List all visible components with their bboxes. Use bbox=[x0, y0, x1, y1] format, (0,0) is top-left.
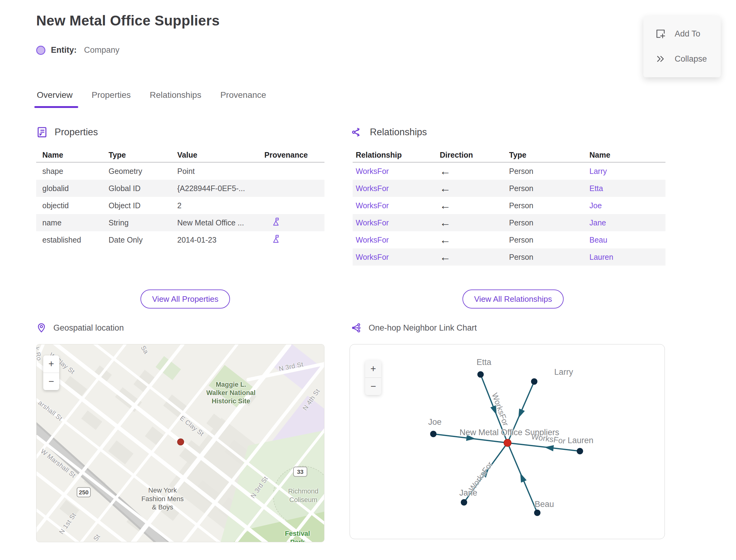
prop-type: Date Only bbox=[109, 236, 177, 244]
share-network-icon bbox=[351, 323, 362, 333]
properties-document-icon bbox=[36, 126, 48, 138]
table-row: name String New Metal Office ... bbox=[36, 214, 324, 231]
relationship-link[interactable]: WorksFor bbox=[356, 201, 389, 210]
poi-label-coliseum: Richmond Coliseum bbox=[288, 487, 318, 504]
relationships-table-header: Relationship Direction Type Name bbox=[353, 148, 665, 163]
geospatial-section-header: Geospatial location bbox=[36, 323, 124, 333]
tab-overview[interactable]: Overview bbox=[36, 90, 73, 108]
link-chart-section-title: One-hop Neighbor Link Chart bbox=[369, 323, 477, 333]
col-type: Type bbox=[109, 151, 177, 159]
geospatial-map[interactable]: k Ro W Clay St Sa N 3rd St N 4th St arsh… bbox=[36, 344, 324, 542]
col-relationship: Relationship bbox=[353, 151, 440, 159]
relationships-section-header: Relationships bbox=[351, 126, 427, 138]
graph-node-center bbox=[504, 439, 511, 447]
tab-provenance[interactable]: Provenance bbox=[220, 90, 266, 108]
related-type: Person bbox=[509, 253, 589, 262]
direction-arrow: ← bbox=[440, 165, 451, 177]
zoom-in-button[interactable]: + bbox=[43, 355, 59, 373]
related-entity-link[interactable]: Etta bbox=[589, 184, 603, 193]
node-label-beau: Beau bbox=[535, 500, 554, 509]
flag-marker-icon[interactable] bbox=[271, 219, 280, 228]
geospatial-section-title: Geospatial location bbox=[53, 323, 124, 333]
col-name: Name bbox=[589, 151, 665, 159]
table-row: established Date Only 2014-01-23 bbox=[36, 231, 324, 248]
zoom-out-button[interactable]: − bbox=[365, 378, 381, 395]
col-name: Name bbox=[36, 151, 109, 159]
action-menu: Add To Collapse bbox=[643, 16, 721, 77]
poi-label-store: New York Fashion Mens & Boys bbox=[141, 486, 184, 512]
direction-arrow: ← bbox=[440, 182, 451, 194]
col-direction: Direction bbox=[440, 151, 509, 159]
flag-marker-icon[interactable] bbox=[271, 236, 280, 245]
tab-properties[interactable]: Properties bbox=[91, 90, 132, 108]
related-type: Person bbox=[509, 236, 589, 244]
relationship-link[interactable]: WorksFor bbox=[356, 236, 389, 244]
prop-name: globalid bbox=[36, 184, 109, 193]
route-shield-33: 33 bbox=[293, 467, 307, 477]
tab-relationships[interactable]: Relationships bbox=[149, 90, 202, 108]
direction-arrow: ← bbox=[440, 199, 451, 212]
col-provenance: Provenance bbox=[264, 151, 323, 159]
relationship-link[interactable]: WorksFor bbox=[356, 167, 389, 175]
prop-type: Global ID bbox=[109, 184, 177, 193]
table-row: WorksFor ← Person Joe bbox=[353, 197, 665, 214]
prop-type: String bbox=[109, 218, 177, 227]
add-to-button[interactable]: Add To bbox=[655, 25, 721, 42]
graph-node-larry bbox=[531, 378, 538, 385]
properties-table: Name Type Value Provenance shape Geometr… bbox=[36, 148, 324, 248]
table-row: shape Geometry Point bbox=[36, 163, 324, 180]
prop-type: Object ID bbox=[109, 201, 177, 210]
prop-type: Geometry bbox=[109, 167, 177, 176]
add-to-label: Add To bbox=[675, 29, 700, 39]
poi-label-festival-park: Festival Park bbox=[284, 529, 311, 543]
double-chevron-right-icon bbox=[655, 53, 666, 64]
direction-arrow: ← bbox=[440, 251, 451, 263]
route-shield-250: 250 bbox=[77, 487, 91, 497]
table-row: WorksFor ← Person Jane bbox=[353, 214, 665, 231]
collapse-button[interactable]: Collapse bbox=[655, 50, 721, 67]
add-to-square-plus-icon bbox=[655, 28, 666, 39]
entity-label: Entity: bbox=[51, 45, 77, 55]
node-label-joe: Joe bbox=[428, 417, 442, 427]
table-row: WorksFor ← Person Beau bbox=[353, 231, 665, 248]
fork-arrows-icon bbox=[351, 126, 363, 138]
direction-arrow: ← bbox=[440, 216, 451, 229]
one-hop-link-chart[interactable]: Etta Larry Joe Lauren Jane Beau New Meta… bbox=[350, 344, 665, 539]
zoom-in-button[interactable]: + bbox=[365, 360, 381, 378]
page-title: New Metal Office Suppliers bbox=[36, 12, 220, 29]
prop-value: Point bbox=[177, 167, 264, 176]
related-type: Person bbox=[509, 201, 589, 210]
view-all-relationships-button[interactable]: View All Relationships bbox=[462, 290, 564, 309]
related-entity-link[interactable]: Joe bbox=[589, 201, 602, 210]
graph-node-etta bbox=[477, 371, 484, 378]
node-label-etta: Etta bbox=[477, 358, 491, 367]
node-label-lauren: Lauren bbox=[568, 436, 593, 445]
relationship-link[interactable]: WorksFor bbox=[356, 253, 389, 261]
related-type: Person bbox=[509, 184, 589, 193]
related-entity-link[interactable]: Beau bbox=[589, 236, 607, 244]
relationships-section-title: Relationships bbox=[370, 127, 427, 138]
prop-name: objectid bbox=[36, 201, 109, 210]
related-entity-link[interactable]: Jane bbox=[589, 218, 606, 227]
col-type: Type bbox=[509, 151, 589, 159]
related-entity-link[interactable]: Lauren bbox=[589, 253, 613, 261]
collapse-label: Collapse bbox=[675, 54, 707, 64]
related-entity-link[interactable]: Larry bbox=[589, 167, 607, 175]
properties-table-header: Name Type Value Provenance bbox=[36, 148, 324, 163]
related-type: Person bbox=[509, 218, 589, 227]
poi-label-historic-site: Maggie L. Walker National Historic Site bbox=[206, 381, 256, 405]
prop-provenance bbox=[264, 217, 323, 228]
entity-detail-page: New Metal Office Suppliers Entity: Compa… bbox=[0, 0, 736, 560]
graph-node-jane bbox=[461, 499, 467, 506]
tab-bar: Overview Properties Relationships Proven… bbox=[36, 90, 267, 108]
link-chart-graph bbox=[350, 344, 665, 539]
zoom-out-button[interactable]: − bbox=[43, 373, 59, 390]
view-all-properties-button[interactable]: View All Properties bbox=[140, 290, 230, 309]
entity-type-row: Entity: Company bbox=[36, 45, 120, 55]
related-type: Person bbox=[509, 167, 589, 176]
relationship-link[interactable]: WorksFor bbox=[356, 218, 389, 227]
map-basemap bbox=[36, 344, 324, 542]
relationship-link[interactable]: WorksFor bbox=[356, 184, 389, 193]
map-zoom-control: + − bbox=[43, 355, 59, 390]
graph-node-beau bbox=[534, 510, 541, 516]
